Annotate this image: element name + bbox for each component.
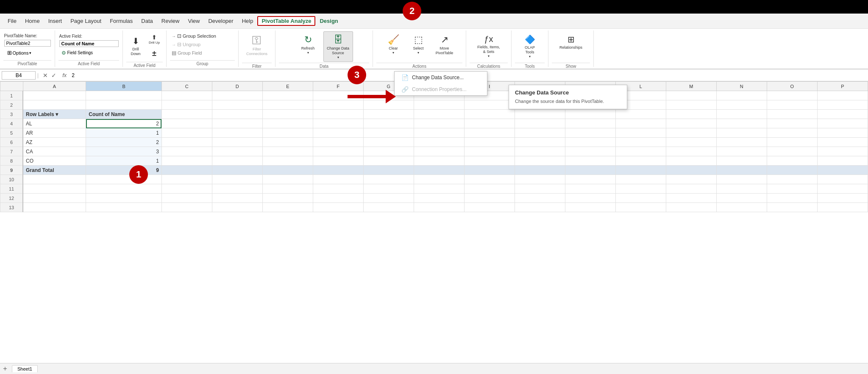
sheet-tab-sheet1[interactable]: Sheet1	[12, 365, 38, 372]
step3-arrow	[348, 90, 396, 103]
corner-cell	[0, 82, 23, 91]
col-header-d: D	[212, 82, 262, 91]
field-settings-button[interactable]: ⚙ Field Settings	[59, 49, 95, 57]
row-num-6: 6	[0, 138, 23, 147]
drill-up-arrow-icon: ⬆	[152, 34, 157, 41]
cell-a8[interactable]: CO	[23, 156, 86, 166]
confirm-icon[interactable]: ✓	[50, 71, 57, 80]
step-badge-2: 2	[403, 2, 421, 20]
clear-button[interactable]: 🧹 Clear ▾	[382, 31, 405, 62]
ribbon-group-actions: 🧹 Clear ▾ ⬚ Select ▾ ↗ Move PivotTable A…	[373, 30, 466, 67]
menu-insert[interactable]: Insert	[44, 16, 67, 26]
active-field-label: Active Field:	[59, 34, 82, 39]
filter-connections-button[interactable]: ⚿ Filter Connections	[242, 31, 272, 62]
table-row: 12	[0, 194, 868, 203]
cell-a5[interactable]: AR	[23, 128, 86, 138]
menu-home[interactable]: Home	[21, 16, 44, 26]
drill-down-button[interactable]: ⬇ Drill Down	[126, 31, 145, 61]
fields-items-sets-button[interactable]: ƒx Fields, Items, & Sets ▾	[470, 31, 508, 62]
menu-file[interactable]: File	[3, 16, 21, 26]
drill-group-label: Active Field	[126, 62, 163, 68]
ribbon-group-group: → ⊡ Group Selection → ⊟ Ungroup ▤ Group …	[167, 30, 239, 67]
move-pivottable-button[interactable]: ↗ Move PivotTable	[432, 31, 457, 62]
group-group-label: Group	[170, 60, 235, 66]
ribbon-content: PivotTable Name: ⊞ Options ▾ PivotTable …	[0, 29, 868, 69]
expand-collapse-button[interactable]: ±	[146, 47, 163, 60]
col-header-a: A	[23, 82, 86, 91]
menu-formulas[interactable]: Formulas	[106, 16, 137, 26]
relationships-button[interactable]: ⊞ Relationships	[552, 31, 590, 62]
change-data-source-tooltip: Change Data Source Change the source dat…	[509, 85, 627, 109]
ribbon-group-calculations: ƒx Fields, Items, & Sets ▾ Calculations	[466, 30, 512, 67]
add-sheet-button[interactable]: ＋	[2, 364, 8, 373]
ungroup-button[interactable]: → ⊟ Ungroup	[170, 41, 202, 48]
cell-b8[interactable]: 1	[86, 156, 162, 166]
cell-b7[interactable]: 3	[86, 147, 162, 156]
table-row: 3 Row Labels ▾ Count of Name	[0, 110, 868, 119]
cell-reference-box[interactable]	[2, 71, 36, 80]
menu-page-layout[interactable]: Page Layout	[66, 16, 106, 26]
refresh-button[interactable]: ↻ Refresh ▾	[295, 31, 321, 62]
arrow-right-icon: →	[172, 34, 176, 39]
active-field-input[interactable]	[59, 40, 119, 47]
change-data-source-item[interactable]: 📄 Change Data Source...	[395, 72, 487, 83]
row-num-10: 10	[0, 175, 23, 184]
change-data-source-button[interactable]: 🗄 Change Data Source ▾	[323, 31, 353, 62]
group-selection-button[interactable]: → ⊡ Group Selection	[170, 32, 218, 40]
drill-down-icon: ⬇	[132, 36, 139, 46]
row-num-1: 1	[0, 91, 23, 100]
settings-icon: ⚙	[61, 50, 66, 56]
row-num-13: 13	[0, 203, 23, 212]
pivottable-name-label: PivotTable Name:	[4, 33, 37, 38]
select-button[interactable]: ⬚ Select ▾	[407, 31, 430, 62]
cell-b5[interactable]: 1	[86, 128, 162, 138]
pivottable-name-input[interactable]	[4, 40, 51, 47]
document-icon: 📄	[401, 74, 409, 81]
cell-b4[interactable]: 2	[86, 119, 162, 128]
cell-a6[interactable]: AZ	[23, 138, 86, 147]
table-row: 8 CO 1	[0, 156, 868, 166]
table-icon: ⊞	[7, 50, 12, 56]
table-row: 4 AL 2	[0, 119, 868, 128]
group-field-button[interactable]: ▤ Group Field	[170, 49, 203, 57]
menu-pivottable-analyze[interactable]: PivotTable Analyze	[257, 16, 315, 26]
clear-icon: 🧹	[388, 34, 399, 45]
col-header-m: M	[666, 82, 716, 91]
row-num-12: 12	[0, 194, 23, 203]
olap-tools-button[interactable]: 🔷 OLAP Tools ▾	[515, 31, 545, 62]
active-field-group-label: Active Field	[58, 60, 119, 66]
row-num-8: 8	[0, 156, 23, 166]
menu-design[interactable]: Design	[315, 16, 342, 26]
drill-up-button[interactable]: ⬆ Drill Up	[146, 32, 163, 46]
menu-view[interactable]: View	[184, 16, 204, 26]
calculations-group-label: Calculations	[470, 63, 508, 69]
cell-a7[interactable]: CA	[23, 147, 86, 156]
ribbon-group-data: ↻ Refresh ▾ 🗄 Change Data Source ▾ Data	[275, 30, 373, 67]
options-button[interactable]: ⊞ Options ▾	[4, 48, 35, 57]
row-labels-header[interactable]: Row Labels ▾	[23, 110, 86, 119]
cell-b6[interactable]: 2	[86, 138, 162, 147]
menu-review[interactable]: Review	[157, 16, 184, 26]
group-field-icon: ▤	[172, 50, 176, 56]
menu-data[interactable]: Data	[137, 16, 157, 26]
ribbon-group-drill: ⬇ Drill Down ⬆ Drill Up ± Active Field	[123, 30, 167, 67]
count-of-name-header[interactable]: Count of Name	[86, 110, 162, 119]
pivottable-group-label: PivotTable	[3, 60, 51, 66]
row-num-4: 4	[0, 119, 23, 128]
menu-help[interactable]: Help	[238, 16, 258, 26]
cell-a4[interactable]: AL	[23, 119, 86, 128]
cancel-icon[interactable]: ✕	[42, 71, 49, 80]
connection-properties-item: 🔗 Connection Properties...	[395, 83, 487, 95]
table-row: 13	[0, 203, 868, 212]
fields-icon: ƒx	[484, 34, 493, 44]
menu-developer[interactable]: Developer	[204, 16, 237, 26]
table-row: 6 AZ 2	[0, 138, 868, 147]
ribbon-group-pivottable: PivotTable Name: ⊞ Options ▾ PivotTable	[0, 30, 55, 67]
cell-a9-grand-total[interactable]: Grand Total	[23, 166, 86, 175]
menu-bar: File Home Insert Page Layout Formulas Da…	[0, 14, 868, 29]
change-source-icon: 🗄	[334, 34, 343, 45]
ribbon-group-active-field: Active Field: ⚙ Field Settings Active Fi…	[55, 30, 123, 67]
cell-b9-grand-total[interactable]: 9	[86, 166, 162, 175]
actions-group-label: Actions	[376, 63, 462, 69]
row-num-2: 2	[0, 100, 23, 110]
